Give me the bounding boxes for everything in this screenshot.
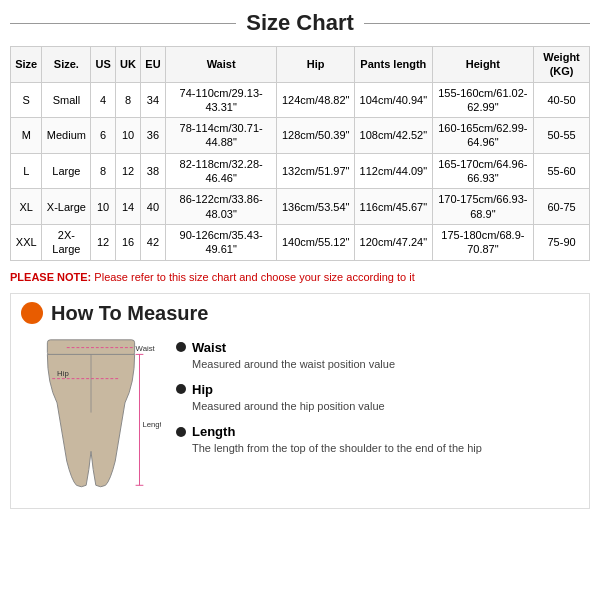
- table-row: XXL2X-Large12164290-126cm/35.43-49.61"14…: [11, 224, 590, 260]
- th-waist: Waist: [165, 47, 277, 83]
- table-cell: 16: [115, 224, 140, 260]
- how-to-title-text: How To Measure: [51, 302, 208, 325]
- table-cell: L: [11, 153, 42, 189]
- page-title: Size Chart: [246, 10, 354, 36]
- table-cell: 40: [141, 189, 166, 225]
- table-cell: 128cm/50.39": [277, 118, 355, 154]
- length-measure-item: Length The length from the top of the sh…: [176, 424, 579, 456]
- th-us: US: [91, 47, 116, 83]
- length-bullet: [176, 427, 186, 437]
- table-cell: 42: [141, 224, 166, 260]
- orange-circle-icon: [21, 302, 43, 324]
- table-cell: 170-175cm/66.93-68.9": [432, 189, 533, 225]
- table-cell: 60-75: [534, 189, 590, 225]
- th-weight: Weight (KG): [534, 47, 590, 83]
- how-to-section: How To Measure Waist Hip: [10, 293, 590, 509]
- table-body: SSmall483474-110cm/29.13-43.31"124cm/48.…: [11, 82, 590, 260]
- svg-text:Length: Length: [142, 420, 161, 429]
- note-section: PLEASE NOTE: Please refer to this size c…: [10, 269, 590, 285]
- table-cell: 40-50: [534, 82, 590, 118]
- th-uk: UK: [115, 47, 140, 83]
- table-cell: 90-126cm/35.43-49.61": [165, 224, 277, 260]
- table-cell: 175-180cm/68.9-70.87": [432, 224, 533, 260]
- table-cell: 50-55: [534, 118, 590, 154]
- table-cell: XXL: [11, 224, 42, 260]
- table-cell: 4: [91, 82, 116, 118]
- th-size: Size: [11, 47, 42, 83]
- table-header-row: Size Size. US UK EU Waist Hip Pants leng…: [11, 47, 590, 83]
- table-cell: 2X-Large: [42, 224, 91, 260]
- waist-bullet: [176, 342, 186, 352]
- table-cell: Large: [42, 153, 91, 189]
- table-cell: 116cm/45.67": [355, 189, 433, 225]
- th-eu: EU: [141, 47, 166, 83]
- table-cell: 36: [141, 118, 166, 154]
- table-cell: 124cm/48.82": [277, 82, 355, 118]
- note-bold: PLEASE NOTE:: [10, 271, 91, 283]
- how-to-body: Waist Hip Length Waist: [21, 335, 579, 498]
- table-cell: 10: [91, 189, 116, 225]
- svg-text:Waist: Waist: [136, 343, 156, 352]
- length-label: Length: [192, 424, 235, 439]
- table-cell: X-Large: [42, 189, 91, 225]
- hip-measure-item: Hip Measured around the hip position val…: [176, 382, 579, 414]
- table-cell: 78-114cm/30.71-44.88": [165, 118, 277, 154]
- table-cell: 75-90: [534, 224, 590, 260]
- th-pants: Pants length: [355, 47, 433, 83]
- table-row: MMedium6103678-114cm/30.71-44.88"128cm/5…: [11, 118, 590, 154]
- table-cell: 104cm/40.94": [355, 82, 433, 118]
- note-text: Please refer to this size chart and choo…: [91, 271, 414, 283]
- table-cell: S: [11, 82, 42, 118]
- hip-bullet: [176, 384, 186, 394]
- th-hip: Hip: [277, 47, 355, 83]
- table-row: XLX-Large10144086-122cm/33.86-48.03"136c…: [11, 189, 590, 225]
- table-cell: 86-122cm/33.86-48.03": [165, 189, 277, 225]
- how-to-title: How To Measure: [21, 302, 579, 325]
- table-cell: 120cm/47.24": [355, 224, 433, 260]
- waist-desc: Measured around the waist position value: [176, 357, 579, 372]
- table-cell: 165-170cm/64.96-66.93": [432, 153, 533, 189]
- table-cell: XL: [11, 189, 42, 225]
- hip-desc: Measured around the hip position value: [176, 399, 579, 414]
- table-cell: 12: [91, 224, 116, 260]
- table-cell: 155-160cm/61.02-62.99": [432, 82, 533, 118]
- table-row: LLarge8123882-118cm/32.28-46.46"132cm/51…: [11, 153, 590, 189]
- th-height: Height: [432, 47, 533, 83]
- measure-descriptions: Waist Measured around the waist position…: [176, 335, 579, 498]
- waist-title: Waist: [176, 340, 579, 355]
- main-container: Size Chart Size Size. US UK EU Waist Hip…: [0, 0, 600, 600]
- pants-svg: Waist Hip Length: [21, 335, 161, 495]
- length-title: Length: [176, 424, 579, 439]
- table-cell: 132cm/51.97": [277, 153, 355, 189]
- length-desc: The length from the top of the shoulder …: [176, 441, 579, 456]
- waist-measure-item: Waist Measured around the waist position…: [176, 340, 579, 372]
- table-cell: 8: [91, 153, 116, 189]
- title-line-left: [10, 23, 236, 24]
- table-cell: 34: [141, 82, 166, 118]
- table-cell: Medium: [42, 118, 91, 154]
- waist-label: Waist: [192, 340, 226, 355]
- table-cell: 112cm/44.09": [355, 153, 433, 189]
- table-cell: 108cm/42.52": [355, 118, 433, 154]
- table-cell: 160-165cm/62.99-64.96": [432, 118, 533, 154]
- size-chart-table: Size Size. US UK EU Waist Hip Pants leng…: [10, 46, 590, 261]
- table-cell: 82-118cm/32.28-46.46": [165, 153, 277, 189]
- table-cell: Small: [42, 82, 91, 118]
- table-cell: 55-60: [534, 153, 590, 189]
- title-section: Size Chart: [10, 10, 590, 36]
- table-cell: 12: [115, 153, 140, 189]
- table-cell: M: [11, 118, 42, 154]
- svg-text:Hip: Hip: [57, 368, 69, 377]
- table-cell: 136cm/53.54": [277, 189, 355, 225]
- table-cell: 10: [115, 118, 140, 154]
- th-size-name: Size.: [42, 47, 91, 83]
- table-cell: 14: [115, 189, 140, 225]
- hip-title: Hip: [176, 382, 579, 397]
- title-line-right: [364, 23, 590, 24]
- table-cell: 6: [91, 118, 116, 154]
- table-cell: 74-110cm/29.13-43.31": [165, 82, 277, 118]
- pants-illustration: Waist Hip Length: [21, 335, 161, 498]
- table-cell: 8: [115, 82, 140, 118]
- table-cell: 140cm/55.12": [277, 224, 355, 260]
- table-row: SSmall483474-110cm/29.13-43.31"124cm/48.…: [11, 82, 590, 118]
